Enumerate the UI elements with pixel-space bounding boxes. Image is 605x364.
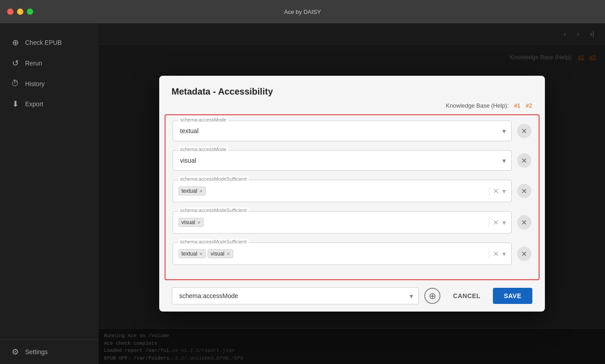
field-wrapper-5: schema:accessModeSufficient textual ✕ vi… [173,243,512,265]
app-title: Ace by DAISY [284,9,321,15]
field-multi-3: textual ✕ ✕ ▾ [173,180,511,202]
clear-icon-4[interactable]: ✕ [493,218,499,227]
dropdown-icon-5[interactable]: ▾ [502,250,506,258]
field-label-4: schema:accessModeSufficient [178,208,248,213]
settings-icon: ⚙ [11,347,20,357]
sidebar-label-export: Export [25,100,43,108]
field-row-1: schema:accessMode textual visual auditor… [173,121,531,141]
field-label-1: schema:accessMode [178,117,228,122]
sidebar: ⊕ Check EPUB ↺ Rerun ⏱ History ⬇ Export … [0,23,99,364]
plus-icon: ⊕ [11,38,20,48]
titlebar-buttons [7,9,33,15]
save-button[interactable]: SAVE [493,288,532,304]
sidebar-label-settings: Settings [25,348,48,355]
tag-visual-5: visual ✕ [208,249,233,258]
tag-remove-visual-4[interactable]: ✕ [197,220,200,225]
field-wrapper-1: schema:accessMode textual visual auditor… [173,121,512,141]
field-row-4: schema:accessModeSufficient visual ✕ ✕ ▾ [173,211,531,234]
dialog-kb-link2[interactable]: #2 [526,102,532,109]
tag-visual-4: visual ✕ [178,218,204,227]
dialog-footer: schema:accessMode schema:accessModeSuffi… [159,280,545,312]
sidebar-item-rerun[interactable]: ↺ Rerun [0,53,99,74]
field-wrapper-4: schema:accessModeSufficient visual ✕ ✕ ▾ [173,211,512,234]
tag-remove-textual-3[interactable]: ✕ [199,189,203,194]
field-label-3: schema:accessModeSufficient [178,176,248,182]
field-select-1[interactable]: textual visual auditory tactile [173,121,511,141]
history-icon: ⏱ [11,79,20,88]
field-multi-actions-4: ✕ ▾ [489,218,506,227]
dropdown-icon-4[interactable]: ▾ [502,218,506,227]
dialog-header: Metadata - Accessibility Knowledge Base … [159,76,545,114]
field-multi-actions-3: ✕ ▾ [489,187,506,195]
remove-button-5[interactable]: ✕ [517,247,531,261]
clear-icon-5[interactable]: ✕ [493,250,499,258]
export-icon: ⬇ [11,99,20,109]
remove-button-3[interactable]: ✕ [517,184,531,198]
remove-button-2[interactable]: ✕ [517,153,531,168]
dialog: Metadata - Accessibility Knowledge Base … [159,76,545,312]
dialog-kb-link1[interactable]: #1 [514,102,520,109]
field-multi-4: visual ✕ ✕ ▾ [173,212,511,233]
field-row-2: schema:accessMode textual visual auditor… [173,150,531,171]
cancel-button[interactable]: CANCEL [446,289,487,303]
rerun-icon: ↺ [11,58,20,68]
dropdown-icon-3[interactable]: ▾ [502,187,506,195]
field-multi-5: textual ✕ visual ✕ ✕ ▾ [173,243,511,264]
dialog-title: Metadata - Accessibility [172,87,532,97]
sidebar-label-check-epub: Check EPUB [25,39,62,46]
app-layout: ⊕ Check EPUB ↺ Rerun ⏱ History ⬇ Export … [0,23,605,364]
sidebar-item-history[interactable]: ⏱ History [0,74,99,94]
sidebar-item-check-epub[interactable]: ⊕ Check EPUB [0,32,99,53]
sidebar-label-rerun: Rerun [25,60,42,67]
dialog-body[interactable]: schema:accessMode textual visual auditor… [165,114,540,280]
tag-remove-textual-5[interactable]: ✕ [199,251,203,256]
field-wrapper-2: schema:accessMode textual visual auditor… [173,150,512,171]
field-row-3: schema:accessModeSufficient textual ✕ ✕ … [173,180,531,202]
sidebar-label-history: History [25,80,45,87]
dialog-kb-row: Knowledge Base (Help): #1 #2 [172,102,532,109]
clear-icon-3[interactable]: ✕ [493,187,499,195]
sidebar-item-export[interactable]: ⬇ Export [0,94,99,114]
field-multi-actions-5: ✕ ▾ [489,250,506,258]
titlebar: Ace by DAISY [0,0,605,23]
maximize-button[interactable] [27,9,33,15]
close-button[interactable] [7,9,13,15]
field-label-5: schema:accessModeSufficient [178,239,248,244]
remove-button-4[interactable]: ✕ [517,215,531,230]
remove-button-1[interactable]: ✕ [517,124,531,138]
sidebar-item-settings[interactable]: ⚙ Settings [0,339,99,364]
field-label-2: schema:accessMode [178,147,228,152]
footer-select-wrapper: schema:accessMode schema:accessModeSuffi… [172,287,419,304]
dialog-kb-label: Knowledge Base (Help): [446,102,509,109]
field-wrapper-3: schema:accessModeSufficient textual ✕ ✕ … [173,180,512,202]
tag-remove-visual-5[interactable]: ✕ [226,251,230,256]
main-content: ‹ › ›| Knowledge Base (Help): #1 #2 Runn… [99,23,605,364]
field-select-2[interactable]: textual visual auditory tactile [173,151,511,170]
modal-overlay: Metadata - Accessibility Knowledge Base … [99,23,605,364]
add-field-button[interactable]: ⊕ [424,288,440,304]
field-row-5: schema:accessModeSufficient textual ✕ vi… [173,243,531,265]
minimize-button[interactable] [17,9,23,15]
tag-textual-3: textual ✕ [178,186,206,195]
tag-textual-5: textual ✕ [178,249,206,258]
footer-add-select[interactable]: schema:accessMode schema:accessModeSuffi… [172,288,419,304]
